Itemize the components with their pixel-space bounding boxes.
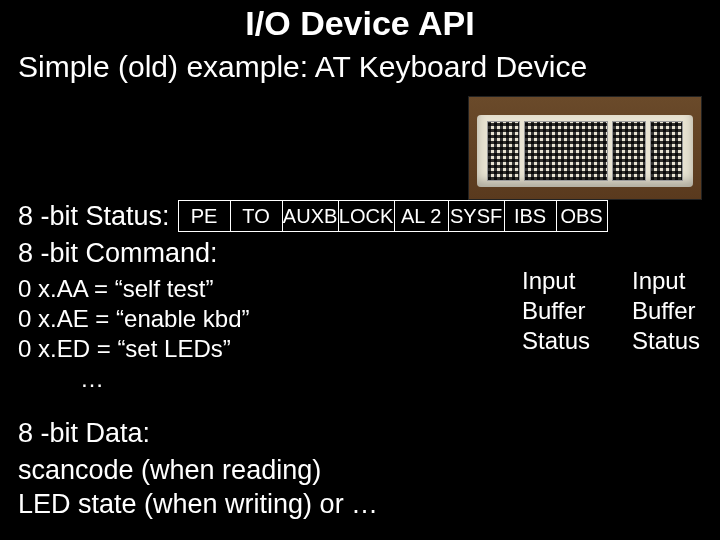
callout-ibs: Input Buffer Status [522, 266, 590, 356]
key-block [650, 121, 683, 181]
callout-line: Status [632, 326, 700, 356]
callout-line: Input [632, 266, 700, 296]
command-ellipsis: … [18, 364, 249, 394]
key-block [612, 121, 645, 181]
bit-obs: OBS [556, 200, 608, 232]
slide: I/O Device API Simple (old) example: AT … [0, 0, 720, 540]
callout-line: Buffer [632, 296, 700, 326]
callout-line: Input [522, 266, 590, 296]
command-label: 8 -bit Command: [18, 238, 218, 269]
key-block [487, 121, 520, 181]
bit-to: TO [230, 200, 282, 232]
bit-sysf: SYSF [448, 200, 504, 232]
callout-obs: Input Buffer Status [632, 266, 700, 356]
data-label: 8 -bit Data: [18, 418, 150, 449]
key-block [524, 121, 608, 181]
callout-line: Buffer [522, 296, 590, 326]
data-line: scancode (when reading) [18, 454, 378, 488]
command-item: 0 x.AA = “self test” [18, 274, 249, 304]
data-lines: scancode (when reading) LED state (when … [18, 454, 378, 522]
command-item: 0 x.ED = “set LEDs” [18, 334, 249, 364]
status-label: 8 -bit Status: [18, 201, 170, 232]
bit-lock: LOCK [338, 200, 394, 232]
bit-auxb: AUXB [282, 200, 338, 232]
bit-pe: PE [178, 200, 230, 232]
keyboard-body [477, 115, 693, 187]
keyboard-photo [468, 96, 702, 200]
bit-al2: AL 2 [394, 200, 448, 232]
slide-title: I/O Device API [0, 4, 720, 43]
status-row: 8 -bit Status: PE TO AUXB LOCK AL 2 SYSF… [18, 200, 608, 232]
callout-line: Status [522, 326, 590, 356]
bit-ibs: IBS [504, 200, 556, 232]
keyboard-keys [487, 121, 683, 181]
data-line: LED state (when writing) or … [18, 488, 378, 522]
slide-subtitle: Simple (old) example: AT Keyboard Device [18, 50, 587, 84]
command-list: 0 x.AA = “self test” 0 x.AE = “enable kb… [18, 274, 249, 394]
command-item: 0 x.AE = “enable kbd” [18, 304, 249, 334]
status-bits: PE TO AUXB LOCK AL 2 SYSF IBS OBS [178, 200, 608, 232]
